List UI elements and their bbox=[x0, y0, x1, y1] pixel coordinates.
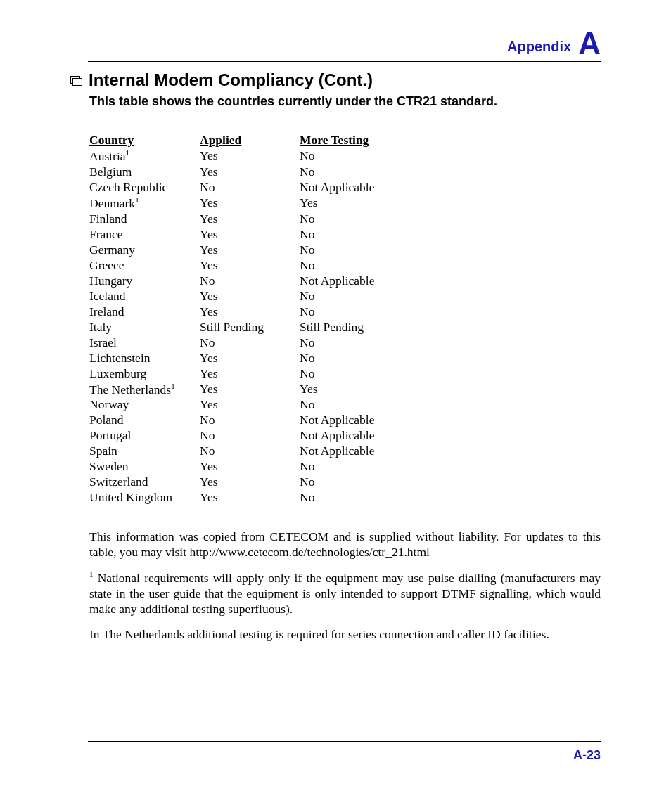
table-row: HungaryNoNot Applicable bbox=[89, 273, 421, 289]
cell-more-testing: No bbox=[300, 212, 421, 227]
cell-more-testing: Yes bbox=[300, 382, 421, 398]
cell-applied: Yes bbox=[200, 195, 300, 212]
appendix-letter: A bbox=[578, 28, 601, 59]
table-header-row: Country Applied More Testing bbox=[89, 133, 421, 148]
cell-more-testing: No bbox=[300, 258, 421, 273]
cell-applied: Still Pending bbox=[200, 320, 300, 335]
cell-country: The Netherlands1 bbox=[89, 382, 200, 398]
cell-more-testing: Not Applicable bbox=[300, 428, 421, 444]
cell-more-testing: No bbox=[300, 148, 421, 165]
page-header: Appendix A bbox=[88, 28, 601, 62]
cell-country: Spain bbox=[89, 444, 200, 459]
cell-more-testing: No bbox=[300, 227, 421, 243]
footer-rule bbox=[88, 741, 601, 742]
cell-country: Israel bbox=[89, 335, 200, 351]
screens-icon bbox=[70, 76, 83, 87]
cell-applied: Yes bbox=[200, 304, 300, 320]
cell-country: Portugal bbox=[89, 428, 200, 444]
table-row: IrelandYesNo bbox=[89, 304, 421, 320]
country-sup: 1 bbox=[135, 195, 139, 204]
cell-country: Luxemburg bbox=[89, 366, 200, 382]
country-sup: 1 bbox=[171, 382, 175, 390]
table-row: IsraelNoNo bbox=[89, 335, 421, 351]
cell-more-testing: No bbox=[300, 459, 421, 475]
table-row: Austria1YesNo bbox=[89, 148, 421, 165]
cell-country: Hungary bbox=[89, 273, 200, 289]
table-row: ItalyStill PendingStill Pending bbox=[89, 320, 421, 335]
cell-more-testing: No bbox=[300, 165, 421, 180]
table-row: FinlandYesNo bbox=[89, 212, 421, 227]
cell-country: Finland bbox=[89, 212, 200, 227]
cell-country: Belgium bbox=[89, 165, 200, 180]
cell-country: France bbox=[89, 227, 200, 243]
section-title: Internal Modem Compliancy (Cont.) bbox=[89, 70, 373, 90]
cell-applied: Yes bbox=[200, 148, 300, 165]
cell-applied: Yes bbox=[200, 490, 300, 505]
cell-more-testing: No bbox=[300, 243, 421, 258]
cell-country: Sweden bbox=[89, 459, 200, 475]
table-row: SpainNoNot Applicable bbox=[89, 444, 421, 459]
cell-country: United Kingdom bbox=[89, 490, 200, 505]
cell-country: Italy bbox=[89, 320, 200, 335]
cell-country: Czech Republic bbox=[89, 180, 200, 195]
country-sup: 1 bbox=[126, 148, 130, 157]
cell-country: Lichtenstein bbox=[89, 351, 200, 366]
cell-applied: No bbox=[200, 428, 300, 444]
cell-applied: Yes bbox=[200, 227, 300, 243]
table-row: NorwayYesNo bbox=[89, 397, 421, 413]
table-row: BelgiumYesNo bbox=[89, 165, 421, 180]
page-number: A-23 bbox=[573, 748, 601, 763]
cell-more-testing: No bbox=[300, 351, 421, 366]
cell-applied: Yes bbox=[200, 475, 300, 490]
cell-country: Norway bbox=[89, 397, 200, 413]
table-row: GermanyYesNo bbox=[89, 243, 421, 258]
cell-more-testing: No bbox=[300, 397, 421, 413]
cell-more-testing: Not Applicable bbox=[300, 273, 421, 289]
cell-country: Austria1 bbox=[89, 148, 200, 165]
cell-more-testing: No bbox=[300, 335, 421, 351]
cell-country: Poland bbox=[89, 413, 200, 428]
cell-country: Germany bbox=[89, 243, 200, 258]
cell-country: Ireland bbox=[89, 304, 200, 320]
cell-more-testing: Yes bbox=[300, 195, 421, 212]
cell-more-testing: No bbox=[300, 289, 421, 304]
appendix-label: Appendix bbox=[507, 39, 571, 59]
cell-applied: Yes bbox=[200, 366, 300, 382]
cell-more-testing: Still Pending bbox=[300, 320, 421, 335]
cell-applied: Yes bbox=[200, 289, 300, 304]
table-row: SwitzerlandYesNo bbox=[89, 475, 421, 490]
cell-applied: Yes bbox=[200, 382, 300, 398]
table-row: Czech RepublicNoNot Applicable bbox=[89, 180, 421, 195]
cell-applied: Yes bbox=[200, 459, 300, 475]
table-row: PortugalNoNot Applicable bbox=[89, 428, 421, 444]
cell-more-testing: No bbox=[300, 366, 421, 382]
cell-country: Denmark1 bbox=[89, 195, 200, 212]
table-row: PolandNoNot Applicable bbox=[89, 413, 421, 428]
cell-country: Iceland bbox=[89, 289, 200, 304]
col-country: Country bbox=[89, 133, 200, 148]
compliancy-table: Country Applied More Testing Austria1Yes… bbox=[89, 133, 421, 505]
cell-applied: No bbox=[200, 180, 300, 195]
footnote-1-text: National requirements will apply only if… bbox=[89, 571, 601, 616]
footnote-netherlands: In The Netherlands additional testing is… bbox=[89, 627, 601, 643]
cell-more-testing: No bbox=[300, 304, 421, 320]
table-row: LichtensteinYesNo bbox=[89, 351, 421, 366]
table-row: GreeceYesNo bbox=[89, 258, 421, 273]
cell-applied: No bbox=[200, 444, 300, 459]
cell-applied: Yes bbox=[200, 212, 300, 227]
col-more-testing: More Testing bbox=[300, 133, 421, 148]
cell-applied: Yes bbox=[200, 165, 300, 180]
footnote-source: This information was copied from CETECOM… bbox=[89, 529, 601, 560]
cell-country: Greece bbox=[89, 258, 200, 273]
table-row: SwedenYesNo bbox=[89, 459, 421, 475]
table-row: The Netherlands1YesYes bbox=[89, 382, 421, 398]
table-row: United KingdomYesNo bbox=[89, 490, 421, 505]
cell-more-testing: Not Applicable bbox=[300, 444, 421, 459]
cell-country: Switzerland bbox=[89, 475, 200, 490]
cell-applied: No bbox=[200, 273, 300, 289]
cell-applied: Yes bbox=[200, 351, 300, 366]
table-row: IcelandYesNo bbox=[89, 289, 421, 304]
col-applied: Applied bbox=[200, 133, 300, 148]
table-row: Denmark1YesYes bbox=[89, 195, 421, 212]
cell-applied: No bbox=[200, 335, 300, 351]
